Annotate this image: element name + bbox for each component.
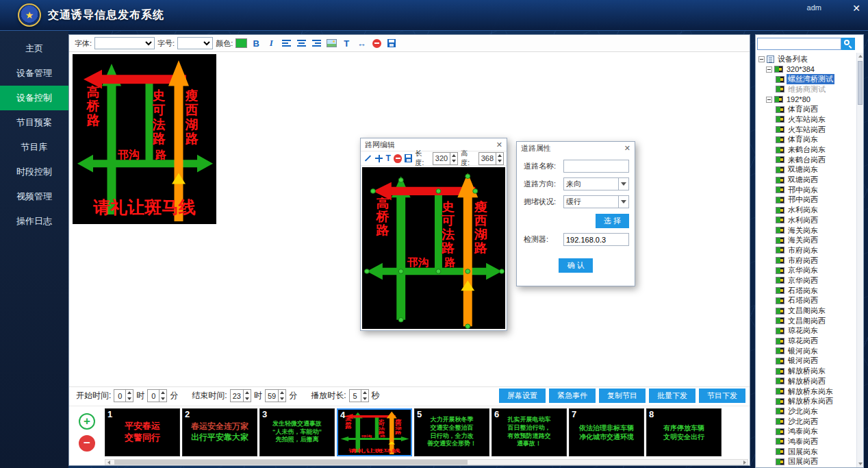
letter-spacing-button[interactable]: ↔	[355, 37, 368, 49]
tree-device-item[interactable]: 水利岗东	[787, 205, 819, 215]
text-tool-icon[interactable]: T	[386, 153, 391, 163]
color-swatch[interactable]	[235, 38, 247, 48]
tree-device-item[interactable]: 银河岗东	[787, 346, 819, 356]
scroll-left-icon[interactable]	[105, 460, 112, 465]
tree-device-item[interactable]: 国展岗东	[787, 447, 819, 457]
tree-device-item[interactable]: 来鹤台岗东	[787, 145, 827, 155]
tree-device-item[interactable]: 琼花岗西	[787, 336, 819, 346]
spin-up-icon[interactable]	[244, 390, 251, 396]
tree-device-item[interactable]: 体育岗西	[787, 104, 819, 114]
height-spinner[interactable]: 368	[478, 152, 504, 165]
sidebar-item-7[interactable]: 视频管理	[0, 184, 68, 209]
spin-up-icon[interactable]	[361, 390, 368, 396]
tree-device-item[interactable]: 海关岗西	[787, 235, 819, 245]
tree-device-item[interactable]: 国展岗西	[787, 456, 819, 466]
length-spinner[interactable]: 320	[433, 152, 458, 165]
roadnet-dialog-titlebar[interactable]: 路网编辑 ✕	[361, 138, 507, 151]
tree-device-item[interactable]: 文昌阁岗西	[787, 316, 827, 326]
tree-device-item[interactable]: 体育岗东	[787, 134, 819, 145]
tree-device-item[interactable]: 海关岗东	[787, 225, 819, 236]
tree-device-item[interactable]: 邗中岗东	[787, 185, 819, 195]
delete-button[interactable]	[370, 37, 383, 49]
sidebar-item-3[interactable]: 设备控制	[0, 86, 68, 110]
insert-image-button[interactable]	[325, 37, 337, 49]
spin-down-icon[interactable]	[244, 396, 251, 402]
align-left-button[interactable]	[280, 37, 292, 49]
italic-button[interactable]: I	[265, 37, 277, 49]
tree-device-item[interactable]: 解放桥岗西	[787, 376, 827, 386]
start-hour-spinner[interactable]: 0	[114, 389, 133, 402]
tree-collapse-icon[interactable]	[766, 97, 772, 103]
tree-device-item[interactable]: 京华岗东	[787, 265, 819, 275]
spin-down-icon[interactable]	[450, 158, 457, 164]
sidebar-item-2[interactable]: 设备管理	[0, 61, 68, 86]
action-button-4[interactable]: 批量下发	[649, 389, 695, 403]
search-button[interactable]	[841, 38, 855, 50]
spin-down-icon[interactable]	[496, 158, 503, 164]
spin-down-icon[interactable]	[279, 396, 285, 402]
action-button-2[interactable]: 紧急事件	[549, 389, 596, 403]
tree-device-item[interactable]: 火车站岗西	[787, 125, 827, 135]
playlist-item-4[interactable]: 高桥路史可法路瘦西湖路邗沟路请礼让斑马线4	[337, 408, 412, 456]
tree-collapse-icon[interactable]	[766, 66, 772, 73]
spin-up-icon[interactable]	[279, 390, 285, 396]
tree-scrollbar[interactable]	[856, 53, 863, 467]
tree-device-item[interactable]: 京华岗西	[787, 275, 819, 286]
draw-road-icon[interactable]	[363, 154, 372, 163]
spin-up-icon[interactable]	[496, 153, 503, 159]
tree-device-item[interactable]: 文昌阁岗东	[787, 306, 827, 316]
tree-device-item[interactable]: 火车站岗东	[787, 114, 827, 125]
playlist-item-2[interactable]: 春运安全连万家出行平安靠大家2	[182, 408, 257, 456]
spin-down-icon[interactable]	[159, 396, 166, 402]
tree-device-item[interactable]: 解放桥东岗东	[787, 386, 834, 397]
scroll-right-icon[interactable]	[741, 460, 748, 465]
spin-down-icon[interactable]	[126, 396, 133, 402]
add-program-button[interactable]: +	[79, 413, 95, 430]
scroll-up-icon[interactable]	[857, 53, 863, 60]
save-roadnet-icon[interactable]	[405, 154, 412, 162]
tree-device-item[interactable]: 螺丝湾桥测试	[787, 74, 834, 84]
playlist-scrollbar[interactable]	[105, 459, 748, 465]
sidebar-item-8[interactable]: 操作日志	[0, 209, 68, 234]
delete-road-icon[interactable]	[394, 154, 402, 163]
tree-device-item[interactable]: 解放桥岗东	[787, 366, 827, 376]
detector-input[interactable]	[563, 233, 629, 246]
tree-group-1[interactable]: 320*384	[785, 65, 816, 73]
start-minute-spinner[interactable]: 0	[147, 389, 167, 402]
tree-device-item[interactable]: 沙北岗西	[787, 417, 819, 427]
save-button[interactable]	[385, 37, 398, 49]
tree-device-item[interactable]: 市府岗西	[787, 256, 819, 266]
sidebar-item-5[interactable]: 节目库	[0, 135, 68, 160]
align-center-button[interactable]	[295, 37, 307, 49]
scrollbar-thumb[interactable]	[114, 460, 468, 465]
spin-up-icon[interactable]	[126, 390, 133, 396]
sidebar-item-1[interactable]: 主页	[0, 36, 68, 61]
tree-device-item[interactable]: 银河岗西	[787, 356, 819, 366]
road-direction-select[interactable]: 来向	[563, 177, 629, 190]
action-button-1[interactable]: 屏幕设置	[499, 389, 546, 403]
sidebar-item-4[interactable]: 节目预案	[0, 110, 68, 135]
props-close-icon[interactable]: ✕	[624, 144, 630, 153]
move-tool-icon[interactable]	[374, 154, 383, 163]
playlist-item-6[interactable]: 扎实开展电动车百日整治行动，有效预防道路交通事故！6	[492, 408, 567, 456]
props-dialog-titlebar[interactable]: 道路属性 ✕	[517, 142, 635, 155]
tree-device-item[interactable]: 鸿泰岗西	[787, 436, 819, 447]
tree-device-item[interactable]: 邗中岗西	[787, 195, 819, 205]
remove-program-button[interactable]: −	[79, 435, 95, 452]
playlist-item-3[interactable]: 发生轻微交通事故“人未伤，车能动”先拍照，后撤离3	[259, 408, 335, 456]
confirm-button[interactable]: 确 认	[559, 258, 592, 273]
end-hour-spinner[interactable]: 23	[230, 389, 251, 402]
end-minute-spinner[interactable]: 59	[265, 389, 286, 402]
playlist-item-5[interactable]: 大力开展秋冬季交通安全整治百日行动，全力改善交通安全形势！5	[414, 408, 489, 456]
action-button-5[interactable]: 节目下发	[699, 389, 745, 403]
sidebar-item-6[interactable]: 时段控制	[0, 160, 68, 184]
tree-device-item[interactable]: 解放桥东岗西	[787, 396, 834, 406]
sign-preview-canvas[interactable]: 高桥路史可法路瘦西湖路邗沟路请礼让斑马线	[73, 54, 216, 224]
align-right-button[interactable]	[310, 37, 322, 49]
tree-device-item[interactable]: 水利岗西	[787, 215, 819, 225]
tree-device-item[interactable]: 石塔岗东	[787, 286, 819, 296]
duration-spinner[interactable]: 5	[349, 389, 369, 402]
tree-device-item[interactable]: 双塘岗西	[787, 175, 819, 185]
tree-device-item[interactable]: 沙北岗东	[787, 406, 819, 417]
tree-scrollbar-thumb[interactable]	[858, 61, 863, 105]
